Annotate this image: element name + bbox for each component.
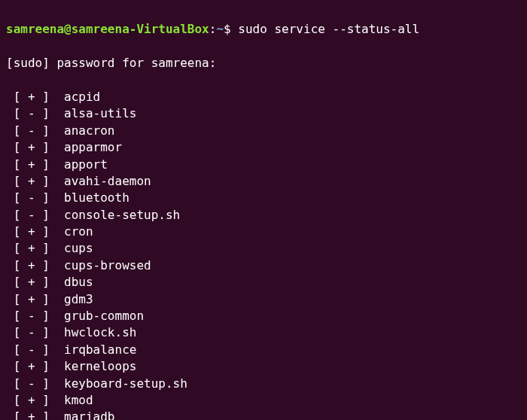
service-row: [ - ] anacron — [6, 123, 521, 139]
service-row: [ + ] apport — [6, 157, 521, 173]
service-row: [ + ] gdm3 — [6, 291, 521, 308]
service-row: [ - ] grub-common — [6, 308, 521, 324]
prompt-line: samreena@samreena-VirtualBox:~$ sudo ser… — [6, 21, 521, 38]
service-row: [ + ] cups — [6, 240, 521, 257]
prompt-colon: : — [209, 22, 217, 36]
prompt-symbol: $ — [224, 22, 231, 36]
service-row: [ - ] hwclock.sh — [6, 324, 521, 341]
service-row: [ - ] console-setup.sh — [6, 207, 521, 224]
command-input: sudo service --status-all — [238, 22, 419, 36]
command-text — [231, 22, 239, 36]
service-row: [ + ] cron — [6, 224, 521, 240]
service-list: [ + ] acpid [ - ] alsa-utils [ - ] anacr… — [6, 89, 521, 420]
service-row: [ + ] acpid — [6, 89, 521, 105]
prompt-at: @ — [64, 22, 72, 36]
service-row: [ + ] mariadb — [6, 409, 521, 420]
prompt-host: samreena-VirtualBox — [72, 22, 209, 36]
service-row: [ - ] bluetooth — [6, 190, 521, 206]
service-row: [ + ] avahi-daemon — [6, 173, 521, 190]
service-row: [ + ] apparmor — [6, 139, 521, 156]
sudo-password-prompt: [sudo] password for samreena: — [6, 55, 521, 72]
service-row: [ + ] cups-browsed — [6, 257, 521, 274]
service-row: [ - ] alsa-utils — [6, 105, 521, 122]
service-row: [ + ] dbus — [6, 274, 521, 291]
prompt-user: samreena — [6, 22, 64, 36]
service-row: [ + ] kerneloops — [6, 358, 521, 375]
service-row: [ - ] irqbalance — [6, 342, 521, 358]
service-row: [ + ] kmod — [6, 392, 521, 409]
terminal-window[interactable]: samreena@samreena-VirtualBox:~$ sudo ser… — [6, 5, 521, 420]
service-row: [ - ] keyboard-setup.sh — [6, 376, 521, 392]
prompt-path: ~ — [216, 22, 224, 36]
